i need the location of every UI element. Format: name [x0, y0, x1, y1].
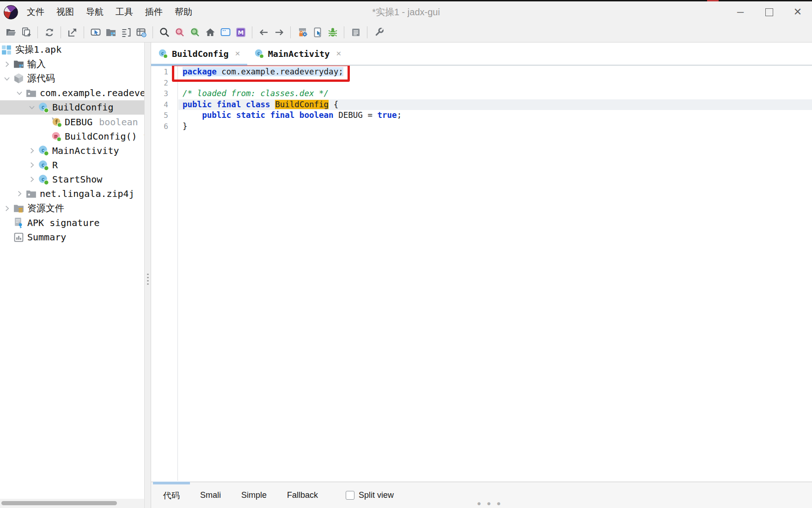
- resources-folder-icon: [13, 202, 24, 214]
- toolbar-class-search-button[interactable]: [172, 25, 187, 40]
- tab-close-icon[interactable]: ×: [235, 49, 240, 59]
- view-tab-代码[interactable]: 代码: [153, 482, 190, 508]
- tree-item-label: BuildConfig(): [65, 131, 137, 142]
- tree-item-label: 资源文件: [27, 202, 64, 214]
- back-icon: [258, 27, 269, 38]
- code-line-1: package com.example.readeveryday;: [178, 67, 812, 78]
- tree-item-buildconfig-[interactable]: mBuildConfig()void: [0, 129, 144, 143]
- toolbar-select-in-tree-button[interactable]: [88, 25, 103, 40]
- toolbar-new-window-button[interactable]: [218, 25, 233, 40]
- code-line-2: [178, 78, 812, 89]
- toolbar-separator: [84, 26, 84, 38]
- summary-icon: [13, 232, 24, 243]
- maximize-button[interactable]: [755, 1, 783, 23]
- sidebar-horizontal-scrollbar[interactable]: [0, 499, 144, 508]
- chevron-collapsed-icon[interactable]: [13, 188, 25, 200]
- tree-item-summary[interactable]: Summary: [0, 230, 144, 244]
- toolbar-sync-with-editor-button[interactable]: [103, 25, 118, 40]
- tree-item-net-lingala-zip4j[interactable]: net.lingala.zip4j: [0, 187, 144, 201]
- tree-item-com-example-readeveryday[interactable]: com.example.readeveryday: [0, 86, 144, 100]
- code-line-4: public final class BuildConfig {: [178, 99, 812, 110]
- toolbar-comment-search-button[interactable]: [187, 25, 202, 40]
- menu-item-2[interactable]: 导航: [80, 4, 110, 20]
- tree-item--[interactable]: 输入: [0, 57, 144, 71]
- device-icon: [312, 27, 323, 38]
- class-icon: c: [254, 49, 264, 59]
- tree-item-buildconfig[interactable]: cBuildConfig: [0, 100, 144, 115]
- chevron-collapsed-icon[interactable]: [26, 173, 38, 185]
- divider-grip-icon[interactable]: [146, 273, 150, 285]
- menu-item-3[interactable]: 工具: [110, 4, 139, 20]
- chevron-collapsed-icon[interactable]: [26, 145, 38, 157]
- toolbar-table-view-button[interactable]: [134, 25, 149, 40]
- tree-item-apk-signature[interactable]: APK signature: [0, 215, 144, 230]
- menu-item-1[interactable]: 视图: [50, 4, 80, 20]
- tree-item-label: Summary: [27, 232, 66, 243]
- view-tab-smali[interactable]: Smali: [190, 482, 231, 508]
- line-number-gutter: 123456: [151, 66, 178, 481]
- toolbar-home-button[interactable]: [202, 25, 218, 40]
- tree-item-debug[interactable]: fDEBUGboolean: [0, 115, 144, 129]
- toolbar-memory-usage-button[interactable]: M: [233, 25, 248, 40]
- apk-signature-icon: [13, 217, 24, 228]
- menu-item-4[interactable]: 插件: [139, 4, 169, 20]
- comment-search-icon: [189, 27, 201, 38]
- chevron-expanded-icon[interactable]: [26, 101, 38, 113]
- tree-item-label: StartShow: [52, 174, 102, 185]
- chevron-collapsed-icon[interactable]: [1, 58, 13, 70]
- tree-item-r[interactable]: cR: [0, 158, 144, 172]
- preferences-icon: [373, 27, 385, 38]
- editor-tab-mainactivity[interactable]: cMainActivity×: [247, 42, 348, 65]
- toolbar-forward-button[interactable]: [271, 25, 287, 40]
- chevron-spacer: [38, 116, 50, 128]
- tree-item-mainactivity[interactable]: cMainActivity: [0, 143, 144, 158]
- toolbar-outline-button[interactable]: [118, 25, 134, 40]
- source-package-icon: [13, 73, 24, 84]
- toolbar-text-search-button[interactable]: [157, 25, 172, 40]
- tree-item-type: boolean: [99, 116, 138, 128]
- close-button[interactable]: ✕: [783, 1, 812, 23]
- chevron-collapsed-icon[interactable]: [1, 202, 13, 214]
- panel-divider[interactable]: [144, 43, 151, 508]
- toolbar-log-viewer-button[interactable]: [348, 25, 363, 40]
- toolbar-add-files-button[interactable]: [18, 25, 34, 40]
- toolbar-back-button[interactable]: [256, 25, 271, 40]
- split-view-checkbox[interactable]: [346, 491, 354, 500]
- menu-item-0[interactable]: 文件: [21, 4, 50, 20]
- code-area[interactable]: 123456 package com.example.readeveryday;…: [151, 66, 812, 481]
- package-folder-icon: [25, 188, 37, 200]
- menu-item-5[interactable]: 帮助: [169, 4, 198, 20]
- view-tab-simple[interactable]: Simple: [231, 482, 277, 508]
- code-line-3: /* loaded from: classes.dex */: [178, 88, 812, 99]
- tab-close-icon[interactable]: ×: [336, 49, 341, 59]
- toolbar-export-code-button[interactable]: [65, 25, 80, 40]
- chevron-expanded-icon[interactable]: [1, 73, 13, 85]
- toolbar-separator: [61, 26, 61, 38]
- toolbar-deobfuscation-button[interactable]: [294, 25, 310, 40]
- toolbar-debugger-button[interactable]: [325, 25, 340, 40]
- tree-item-label: net.lingala.zip4j: [40, 188, 134, 199]
- tree-item--1-apk[interactable]: 实操1.apk: [0, 43, 144, 57]
- view-tab-fallback[interactable]: Fallback: [277, 482, 328, 508]
- panel-resize-handle-icon[interactable]: ● ● ●: [477, 499, 503, 507]
- table-view-icon: [136, 27, 147, 38]
- editor-tab-buildconfig[interactable]: cBuildConfig×: [151, 42, 247, 65]
- export-code-icon: [67, 27, 78, 38]
- tree-item--[interactable]: 源代码: [0, 71, 144, 86]
- chevron-collapsed-icon[interactable]: [26, 159, 38, 171]
- toolbar-preferences-button[interactable]: [371, 25, 386, 40]
- toolbar-open-file-button[interactable]: [3, 25, 18, 40]
- tree-item--[interactable]: 资源文件: [0, 201, 144, 215]
- toolbar-device-button[interactable]: [310, 25, 325, 40]
- code-lines: package com.example.readeveryday;/* load…: [178, 66, 812, 132]
- split-view-toggle[interactable]: Split view: [346, 490, 394, 500]
- minimize-button[interactable]: ─: [726, 1, 755, 23]
- svg-text:M: M: [238, 29, 244, 36]
- toolbar-reload-button[interactable]: [42, 25, 57, 40]
- tab-label: MainActivity: [268, 49, 330, 59]
- chevron-expanded-icon[interactable]: [13, 87, 25, 99]
- bottom-tab-bar: 代码SmaliSimpleFallback Split view ● ● ●: [151, 482, 812, 508]
- tree-item-startshow[interactable]: cStartShow: [0, 172, 144, 187]
- scrollbar-thumb[interactable]: [1, 501, 117, 505]
- toolbar-separator: [153, 26, 153, 38]
